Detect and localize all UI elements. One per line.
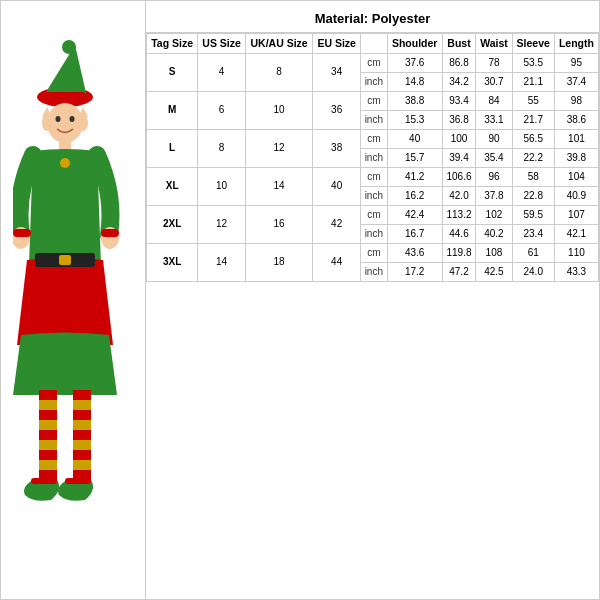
svg-marker-1	[43, 45, 87, 97]
shoulder-cm: 40	[387, 129, 442, 148]
table-row: M 6 10 36 cm 38.8 93.4 84 55 98	[147, 91, 599, 110]
ukau-size-cell: 10	[245, 91, 312, 129]
length-inch: 39.8	[554, 148, 598, 167]
us-size-cell: 4	[198, 53, 246, 91]
tag-size-cell: 2XL	[147, 205, 198, 243]
svg-rect-18	[101, 229, 119, 237]
header-us-size: US Size	[198, 34, 246, 54]
shoulder-cm: 43.6	[387, 243, 442, 262]
header-unit	[361, 34, 388, 54]
bust-inch: 42.0	[442, 186, 476, 205]
unit-inch: inch	[361, 262, 388, 281]
page-container: Material: Polyester Tag Size US Size UK/…	[0, 0, 600, 600]
svg-rect-3	[41, 92, 87, 102]
shoulder-inch: 15.3	[387, 110, 442, 129]
sleeve-inch: 22.8	[512, 186, 554, 205]
svg-rect-20	[39, 390, 57, 400]
header-ukau-size: UK/AU Size	[245, 34, 312, 54]
unit-cm: cm	[361, 167, 388, 186]
table-row: S 4 8 34 cm 37.6 86.8 78 53.5 95	[147, 53, 599, 72]
waist-cm: 96	[476, 167, 512, 186]
waist-inch: 42.5	[476, 262, 512, 281]
unit-inch: inch	[361, 72, 388, 91]
bust-cm: 93.4	[442, 91, 476, 110]
header-waist: Waist	[476, 34, 512, 54]
bust-cm: 86.8	[442, 53, 476, 72]
tag-size-cell: 3XL	[147, 243, 198, 281]
length-cm: 107	[554, 205, 598, 224]
waist-cm: 90	[476, 129, 512, 148]
waist-inch: 40.2	[476, 224, 512, 243]
table-row: 2XL 12 16 42 cm 42.4 113.2 102 59.5 107	[147, 205, 599, 224]
waist-cm: 108	[476, 243, 512, 262]
svg-point-4	[47, 103, 83, 143]
unit-inch: inch	[361, 148, 388, 167]
image-section	[0, 0, 145, 600]
header-tag-size: Tag Size	[147, 34, 198, 54]
tag-size-cell: L	[147, 129, 198, 167]
unit-cm: cm	[361, 205, 388, 224]
sleeve-inch: 24.0	[512, 262, 554, 281]
length-cm: 98	[554, 91, 598, 110]
table-row: L 8 12 38 cm 40 100 90 56.5 101	[147, 129, 599, 148]
tag-size-cell: S	[147, 53, 198, 91]
sleeve-inch: 21.1	[512, 72, 554, 91]
unit-cm: cm	[361, 91, 388, 110]
svg-point-5	[56, 116, 61, 122]
svg-rect-31	[31, 478, 57, 484]
sleeve-cm: 61	[512, 243, 554, 262]
size-table: Tag Size US Size UK/AU Size EU Size Shou…	[146, 33, 599, 282]
ukau-size-cell: 18	[245, 243, 312, 281]
svg-point-2	[62, 40, 76, 54]
bust-inch: 47.2	[442, 262, 476, 281]
us-size-cell: 6	[198, 91, 246, 129]
shoulder-inch: 16.7	[387, 224, 442, 243]
ukau-size-cell: 12	[245, 129, 312, 167]
unit-inch: inch	[361, 224, 388, 243]
waist-cm: 78	[476, 53, 512, 72]
length-cm: 110	[554, 243, 598, 262]
ukau-size-cell: 14	[245, 167, 312, 205]
header-sleeve: Sleeve	[512, 34, 554, 54]
sleeve-inch: 23.4	[512, 224, 554, 243]
eu-size-cell: 36	[313, 91, 361, 129]
waist-inch: 37.8	[476, 186, 512, 205]
bust-inch: 39.4	[442, 148, 476, 167]
us-size-cell: 10	[198, 167, 246, 205]
bust-cm: 106.6	[442, 167, 476, 186]
unit-cm: cm	[361, 53, 388, 72]
waist-inch: 33.1	[476, 110, 512, 129]
sleeve-inch: 21.7	[512, 110, 554, 129]
length-inch: 38.6	[554, 110, 598, 129]
shoulder-cm: 42.4	[387, 205, 442, 224]
svg-rect-27	[73, 410, 91, 420]
shoulder-cm: 38.8	[387, 91, 442, 110]
svg-rect-26	[73, 390, 91, 400]
us-size-cell: 12	[198, 205, 246, 243]
us-size-cell: 8	[198, 129, 246, 167]
svg-rect-23	[39, 450, 57, 460]
length-cm: 101	[554, 129, 598, 148]
bust-inch: 34.2	[442, 72, 476, 91]
unit-inch: inch	[361, 110, 388, 129]
tag-size-cell: M	[147, 91, 198, 129]
waist-cm: 84	[476, 91, 512, 110]
us-size-cell: 14	[198, 243, 246, 281]
header-length: Length	[554, 34, 598, 54]
svg-rect-28	[73, 430, 91, 440]
length-inch: 42.1	[554, 224, 598, 243]
svg-point-8	[78, 115, 88, 131]
sleeve-cm: 59.5	[512, 205, 554, 224]
bust-inch: 44.6	[442, 224, 476, 243]
ukau-size-cell: 8	[245, 53, 312, 91]
bust-cm: 100	[442, 129, 476, 148]
header-bust: Bust	[442, 34, 476, 54]
svg-point-7	[42, 115, 52, 131]
waist-inch: 35.4	[476, 148, 512, 167]
waist-cm: 102	[476, 205, 512, 224]
unit-cm: cm	[361, 129, 388, 148]
svg-rect-29	[73, 450, 91, 460]
shoulder-inch: 16.2	[387, 186, 442, 205]
eu-size-cell: 44	[313, 243, 361, 281]
svg-point-14	[60, 158, 70, 168]
